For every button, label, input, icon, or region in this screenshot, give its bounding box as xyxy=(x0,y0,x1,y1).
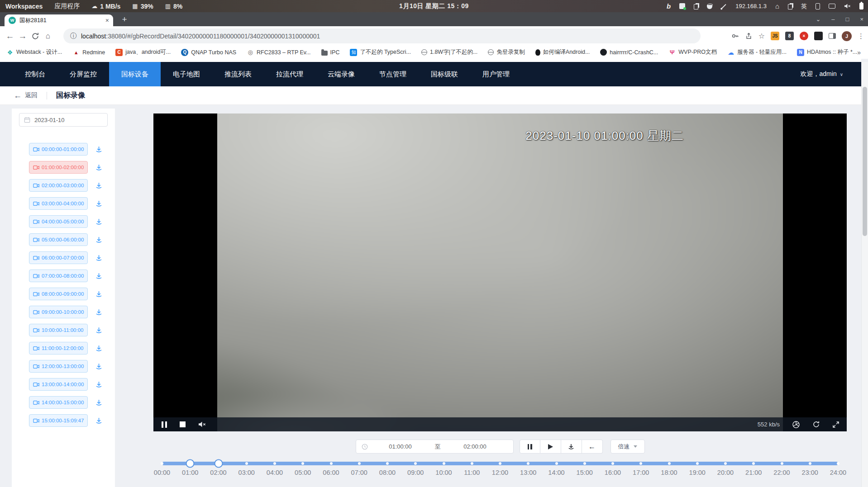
reload-button[interactable] xyxy=(29,32,42,40)
bookmark-star-icon[interactable]: ☆ xyxy=(758,32,765,40)
back-button[interactable]: ← xyxy=(4,31,16,41)
timeline-handle-end[interactable] xyxy=(214,459,223,468)
address-bar[interactable]: ⓘ localhost:38080/#/gbRecordDetail/34020… xyxy=(63,28,701,43)
browser-tab[interactable]: W 国标28181 × xyxy=(5,14,113,26)
player-mute-icon[interactable] xyxy=(198,421,206,428)
end-time-input[interactable]: 02:00:00 xyxy=(443,443,508,450)
extension-8-icon[interactable]: 8 xyxy=(785,32,794,40)
player-pause-icon[interactable] xyxy=(162,421,167,428)
page-scrollbar[interactable] xyxy=(861,62,868,487)
extension-blocker-icon[interactable]: × xyxy=(800,32,808,40)
bookmark-item[interactable]: 如何编译Android... xyxy=(535,48,590,56)
bookmark-item[interactable]: hairrrrr/C-CrashC... xyxy=(600,49,658,56)
tab-close-icon[interactable]: × xyxy=(105,17,109,24)
play-button[interactable] xyxy=(540,440,561,454)
segment-download-icon[interactable] xyxy=(95,164,103,171)
segment-download-icon[interactable] xyxy=(95,218,103,226)
nav-item-9[interactable]: 用户管理 xyxy=(470,62,522,86)
nav-item-8[interactable]: 国标级联 xyxy=(419,62,470,86)
volume-icon[interactable] xyxy=(844,3,851,9)
bookmark-item[interactable]: NHDAtmos :: 种子 *... xyxy=(797,48,857,56)
workspaces-menu[interactable]: Workspaces xyxy=(5,3,43,10)
segment-button[interactable]: 05:00:00-06:00:00 xyxy=(29,233,88,246)
notes-tray-icon[interactable] xyxy=(679,3,685,9)
bookmark-item[interactable]: ▲Redmine xyxy=(72,49,105,56)
segment-button[interactable]: 14:00:00-15:00:00 xyxy=(29,396,88,409)
bookmark-item[interactable]: Cjava、android可... xyxy=(115,48,171,56)
segment-button[interactable]: 00:00:00-01:00:00 xyxy=(29,143,88,156)
segment-button[interactable]: 09:00:00-10:00:00 xyxy=(29,306,88,318)
start-time-input[interactable]: 01:00:00 xyxy=(368,443,433,450)
fullscreen-icon[interactable] xyxy=(832,421,839,428)
date-picker-input[interactable]: 2023-01-10 xyxy=(19,113,108,127)
nav-item-3[interactable]: 电子地图 xyxy=(161,62,212,86)
site-info-icon[interactable]: ⓘ xyxy=(70,32,76,40)
tab-search-icon[interactable]: ⌄ xyxy=(816,16,820,23)
segment-download-icon[interactable] xyxy=(95,272,103,280)
phone-tray-icon[interactable] xyxy=(816,3,820,9)
ip-address[interactable]: 192.168.1.3 xyxy=(735,3,767,9)
side-panel-icon[interactable] xyxy=(829,33,836,39)
segment-download-icon[interactable] xyxy=(95,326,103,334)
video-player[interactable]: 2023-01-10 01:00:00 星期二 552 kb/s xyxy=(153,113,847,431)
nav-item-0[interactable]: 控制台 xyxy=(13,62,57,86)
back-link[interactable]: ← 返回 xyxy=(14,91,38,99)
segment-button[interactable]: 10:00:00-11:00:00 xyxy=(29,324,88,336)
nav-item-6[interactable]: 云端录像 xyxy=(315,62,367,86)
extension-dark-icon[interactable] xyxy=(814,32,823,40)
timeline-handle-start[interactable] xyxy=(186,459,195,468)
segment-button[interactable]: 11:00:00-12:00:00 xyxy=(29,342,88,355)
bookmark-item[interactable]: 1.8W字|了不起的... xyxy=(421,48,477,56)
segment-button[interactable]: 08:00:00-09:00:00 xyxy=(29,288,88,300)
nav-item-5[interactable]: 拉流代理 xyxy=(264,62,315,86)
profile-avatar[interactable]: J xyxy=(842,31,852,41)
snapshot-icon[interactable] xyxy=(792,421,800,429)
share-icon[interactable] xyxy=(745,32,753,40)
bookmarks-overflow-icon[interactable]: » xyxy=(857,49,861,56)
speed-dropdown[interactable]: 倍速 xyxy=(610,440,645,454)
segment-download-icon[interactable] xyxy=(95,381,103,388)
bookmark-item[interactable]: IPC xyxy=(321,49,340,56)
workspaces-tray-icon[interactable] xyxy=(788,4,792,9)
segment-button[interactable]: 13:00:00-14:00:00 xyxy=(29,378,88,391)
nav-item-7[interactable]: 节点管理 xyxy=(367,62,419,86)
segment-button[interactable]: 04:00:00-05:00:00 xyxy=(29,215,88,228)
bookmark-item[interactable]: ❖Webstack - 设计... xyxy=(6,48,62,56)
segment-download-icon[interactable] xyxy=(95,290,103,298)
pause-button[interactable] xyxy=(520,440,540,454)
segment-download-icon[interactable] xyxy=(95,399,103,407)
window-maximize-button[interactable]: □ xyxy=(846,16,849,23)
segment-button[interactable]: 02:00:00-03:00:00 xyxy=(29,179,88,192)
segment-button[interactable]: 15:00:00-15:09:47 xyxy=(29,414,88,427)
segment-download-icon[interactable] xyxy=(95,345,103,352)
segment-download-icon[interactable] xyxy=(95,182,103,189)
segment-button[interactable]: 12:00:00-13:00:00 xyxy=(29,360,88,373)
segment-download-icon[interactable] xyxy=(95,236,103,244)
segment-button[interactable]: 03:00:00-04:00:00 xyxy=(29,197,88,210)
window-minimize-button[interactable]: – xyxy=(831,16,835,23)
clock[interactable]: 1月10日 星期二 15：09 xyxy=(399,2,469,10)
timeline-track[interactable] xyxy=(162,462,838,465)
segment-download-icon[interactable] xyxy=(95,254,103,262)
bookmark-item[interactable]: ΨWVP-PRO文档 xyxy=(668,48,717,56)
browser-menu-icon[interactable]: ⋮ xyxy=(858,32,864,40)
seek-back-button[interactable]: ← xyxy=(582,440,603,454)
display-tray-icon[interactable] xyxy=(829,4,835,9)
input-language-indicator[interactable]: 英 xyxy=(801,2,807,10)
clipboard-tray-icon[interactable] xyxy=(694,4,698,9)
beverage-tray-icon[interactable] xyxy=(707,5,712,9)
new-tab-button[interactable]: + xyxy=(119,14,130,25)
segment-download-icon[interactable] xyxy=(95,308,103,316)
password-key-icon[interactable] xyxy=(731,32,739,40)
segment-download-icon[interactable] xyxy=(95,363,103,370)
scrollbar-thumb[interactable] xyxy=(863,87,867,236)
applications-menu[interactable]: 应用程序 xyxy=(54,2,80,10)
nav-item-1[interactable]: 分屏监控 xyxy=(57,62,109,86)
player-stop-icon[interactable] xyxy=(180,421,186,427)
download-button[interactable] xyxy=(561,440,582,454)
bookmark-item[interactable]: ☁服务器 - 轻量应用... xyxy=(727,48,787,56)
bing-tray-icon[interactable]: b xyxy=(667,2,671,10)
window-close-button[interactable]: × xyxy=(860,16,863,23)
color-picker-tray-icon[interactable] xyxy=(721,4,726,9)
segment-download-icon[interactable] xyxy=(95,146,103,153)
